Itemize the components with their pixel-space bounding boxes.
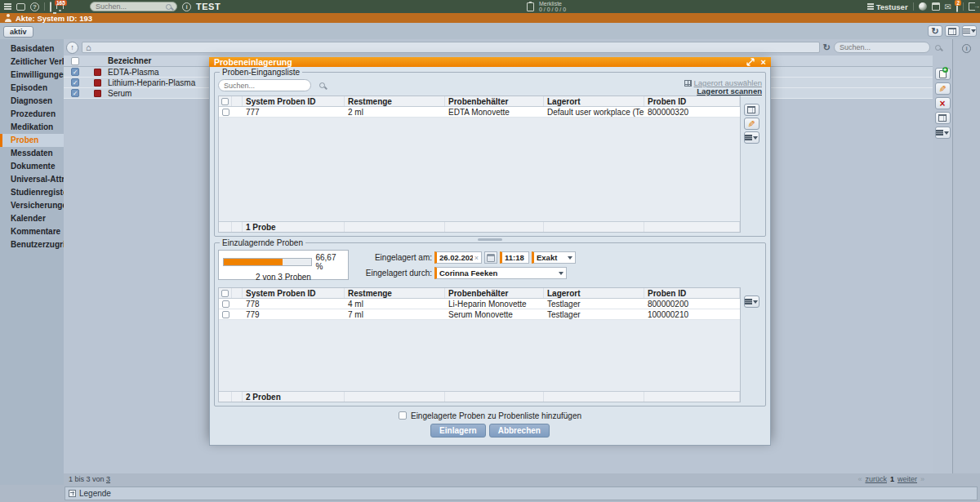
sidebar-item-benutzerzugriffe[interactable]: Benutzerzugriffe (0, 238, 64, 251)
up-level-button[interactable]: ↑ (66, 42, 78, 54)
einlagern-button[interactable]: Einlagern (430, 424, 486, 438)
date-input[interactable] (439, 253, 473, 262)
column-proben-id[interactable]: Proben ID (644, 96, 740, 106)
sidebar-item-diagnosen[interactable]: Diagnosen (0, 95, 64, 108)
abbrechen-button[interactable]: Abbrechen (489, 424, 550, 438)
menu-button[interactable] (744, 295, 760, 308)
column-lagerort[interactable]: Lagerort (544, 96, 644, 106)
column-bezeichner[interactable]: Bezeichner (108, 56, 151, 65)
lagerort-scannen-link[interactable]: Lagerort scannen (697, 87, 762, 96)
delete-button[interactable]: × (935, 97, 951, 109)
table-button[interactable] (935, 112, 951, 124)
breadcrumb[interactable]: ⌂ (82, 42, 820, 53)
row-checkbox[interactable]: ✓ (71, 78, 79, 87)
search-input[interactable] (840, 43, 935, 51)
menu-button[interactable] (935, 127, 951, 139)
sidebar-item-proben[interactable]: Proben (0, 134, 64, 147)
sidebar-item-einwilligungen[interactable]: Einwilligungen (0, 69, 64, 82)
info-panel[interactable]: i (952, 39, 980, 473)
refresh-button[interactable]: ↻ (928, 25, 942, 37)
calendar-button[interactable] (484, 251, 497, 264)
sidebar-item-medikation[interactable]: Medikation (0, 121, 64, 134)
sidebar-item-messdaten[interactable]: Messdaten (0, 147, 64, 160)
pagination-total[interactable]: 3 (106, 475, 110, 483)
sidebar-item-universal-attribute[interactable]: Universal-Attribute (0, 173, 64, 186)
row-checkbox[interactable]: ✓ (71, 89, 79, 97)
date-field[interactable]: × (434, 251, 482, 264)
edit-button[interactable]: ✎ (935, 82, 951, 95)
column-restmenge[interactable]: Restmenge (345, 96, 445, 106)
search-input[interactable] (96, 2, 166, 11)
next-link[interactable]: weiter (898, 475, 917, 483)
sidebar-item-dokumente[interactable]: Dokumente (0, 160, 64, 173)
precision-select[interactable]: Exakt (532, 251, 576, 264)
column-restmenge[interactable]: Restmenge (345, 288, 445, 298)
sidebar-item-versicherungen[interactable]: Versicherungen (0, 199, 64, 212)
sidebar-item-zeitlicher-verlauf[interactable]: Zeitlicher Verlauf (0, 56, 64, 69)
column-probenbehaelter[interactable]: Probenbehälter (445, 288, 544, 298)
detach-window-icon[interactable] (746, 58, 755, 66)
sidebar-item-kalender[interactable]: Kalender (0, 212, 64, 225)
clear-date-icon[interactable]: × (474, 254, 479, 262)
table-button[interactable] (945, 25, 960, 37)
row-checkbox[interactable] (222, 109, 229, 116)
row-checkbox[interactable]: ✓ (71, 68, 79, 76)
edit-button[interactable]: ✎ (744, 118, 760, 130)
prev-link[interactable]: zurück (865, 475, 887, 483)
add-button[interactable] (935, 68, 951, 80)
select-all-checkbox[interactable] (221, 290, 229, 297)
close-icon[interactable]: × (761, 58, 766, 67)
table-row[interactable]: 779 7 ml Serum Monovette Testlager 10000… (219, 309, 740, 320)
window-icon[interactable] (16, 3, 25, 11)
dialog-search[interactable] (218, 79, 311, 91)
select-all-checkbox[interactable] (221, 98, 229, 105)
sidebar-item-studienregister[interactable]: Studienregister (0, 186, 64, 199)
tab-aktiv[interactable]: aktiv (3, 26, 33, 38)
menu-button[interactable] (744, 131, 760, 144)
tasks-button[interactable]: 2 (956, 2, 958, 11)
time-input[interactable] (505, 253, 526, 262)
row-checkbox[interactable] (222, 300, 229, 308)
table-row[interactable]: 778 4 ml Li-Heparin Monovette Testlager … (219, 299, 740, 309)
add-to-list-checkbox[interactable] (399, 411, 407, 420)
monitor-button[interactable]: 165 (50, 2, 51, 11)
mail-icon[interactable]: ✉ (945, 2, 951, 11)
refresh-icon[interactable]: ↻ (823, 43, 831, 52)
search-input[interactable] (224, 82, 319, 90)
user-menu[interactable]: Testuser (867, 2, 908, 11)
current-page[interactable]: 1 (890, 475, 894, 483)
logout-icon[interactable] (969, 2, 975, 11)
merkliste[interactable]: Merkliste 0 / 0 / 0 / 0 (527, 0, 566, 13)
menu-button[interactable] (962, 25, 977, 37)
dialog-titlebar[interactable]: Probeneinlagerung × (209, 57, 771, 67)
column-lagerort[interactable]: Lagerort (544, 288, 644, 298)
sidebar-item-kommentare[interactable]: Kommentare (0, 225, 64, 238)
select-all-checkbox[interactable] (71, 57, 79, 65)
sidebar-item-prozeduren[interactable]: Prozeduren (0, 108, 64, 121)
table-row[interactable]: 777 2 ml EDTA Monovette Default user wor… (219, 107, 740, 118)
sidebar-item-basisdaten[interactable]: Basisdaten (0, 42, 64, 56)
menu-icon (745, 299, 752, 300)
time-field[interactable] (500, 251, 529, 264)
list-search[interactable] (834, 42, 930, 53)
chevron-down-icon (753, 300, 758, 304)
stored-by-select[interactable]: Corinna Feeken (434, 267, 567, 279)
menu-icon[interactable] (4, 3, 11, 5)
refresh-icon: ↻ (931, 27, 938, 36)
help-icon[interactable]: ? (30, 2, 39, 11)
column-system-proben-id[interactable]: System Proben ID (243, 288, 345, 298)
menu-icon (867, 3, 874, 5)
row-checkbox[interactable] (222, 311, 229, 318)
sidebar-item-episoden[interactable]: Episoden (0, 82, 64, 95)
table-button[interactable] (744, 104, 760, 116)
column-proben-id[interactable]: Proben ID (644, 288, 740, 298)
expand-icon[interactable] (69, 490, 76, 497)
calendar-icon[interactable] (932, 2, 940, 11)
column-probenbehaelter[interactable]: Probenbehälter (445, 96, 544, 106)
global-search[interactable] (90, 2, 177, 11)
column-system-proben-id[interactable]: System Proben ID (243, 96, 345, 106)
info-icon[interactable]: i (182, 2, 191, 11)
legend-bar[interactable]: Legende (65, 486, 978, 500)
globe-icon[interactable] (919, 2, 927, 11)
bell-icon[interactable] (56, 2, 64, 9)
